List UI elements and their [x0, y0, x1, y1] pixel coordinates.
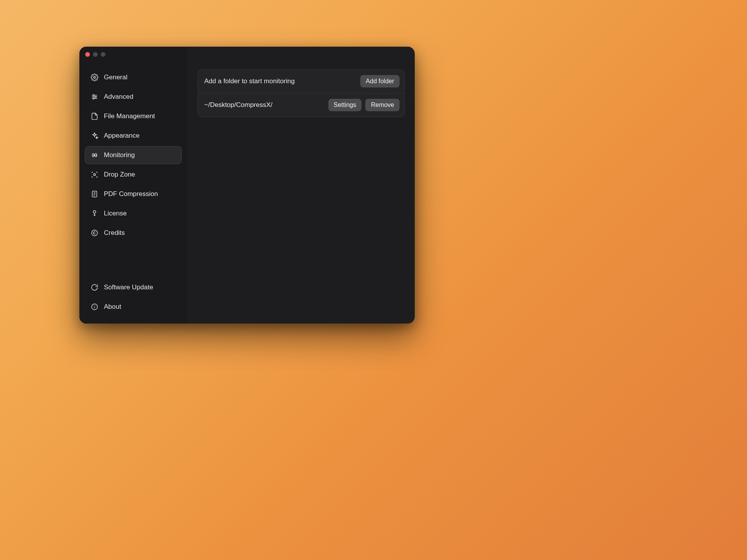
svg-point-11 [94, 174, 96, 176]
sidebar-item-label: File Management [104, 112, 155, 120]
sidebar-item-software-update[interactable]: Software Update [85, 278, 182, 296]
sparkle-icon [91, 132, 98, 140]
sidebar-item-label: Software Update [104, 284, 153, 291]
folder-remove-button[interactable]: Remove [365, 99, 400, 111]
monitoring-folder-path: ~/Desktop/CompressX/ [204, 101, 272, 109]
gear-icon [91, 74, 98, 81]
sidebar-item-label: Monitoring [104, 151, 135, 159]
copyright-icon [91, 229, 98, 237]
monitoring-prompt-row: Add a folder to start monitoring Add fol… [198, 70, 404, 93]
sidebar-item-pdf-compression[interactable]: PDF Compression [85, 185, 182, 203]
window-zoom-button[interactable] [101, 52, 105, 57]
target-icon [91, 171, 98, 178]
svg-point-5 [95, 96, 96, 97]
window-close-button[interactable] [85, 52, 90, 57]
sidebar-item-label: Credits [104, 229, 125, 237]
svg-point-17 [92, 230, 98, 236]
window-traffic-lights [85, 52, 105, 57]
svg-point-0 [94, 77, 96, 79]
sidebar: General Advanced File Management Appeara… [79, 47, 188, 324]
monitoring-prompt-label: Add a folder to start monitoring [204, 77, 295, 85]
svg-point-6 [93, 98, 94, 99]
svg-point-10 [96, 155, 97, 156]
sidebar-item-monitoring[interactable]: Monitoring [85, 146, 182, 164]
monitoring-panel: Add a folder to start monitoring Add fol… [198, 69, 405, 117]
eyes-icon [91, 151, 98, 159]
sliders-icon [91, 93, 98, 101]
file-icon [91, 112, 98, 120]
sidebar-item-label: PDF Compression [104, 190, 158, 198]
sidebar-item-advanced[interactable]: Advanced [85, 88, 182, 106]
sidebar-item-appearance[interactable]: Appearance [85, 127, 182, 145]
sidebar-item-file-management[interactable]: File Management [85, 107, 182, 125]
sidebar-item-label: About [104, 303, 121, 311]
svg-point-16 [93, 211, 96, 214]
key-icon [91, 210, 98, 217]
sidebar-item-label: Appearance [104, 132, 140, 140]
svg-point-20 [94, 305, 95, 306]
svg-point-9 [93, 155, 94, 156]
sidebar-item-label: License [104, 210, 127, 217]
main-content: Add a folder to start monitoring Add fol… [188, 47, 415, 324]
sidebar-item-label: General [104, 74, 127, 81]
pdf-icon [91, 190, 98, 198]
sidebar-item-license[interactable]: License [85, 205, 182, 222]
svg-point-4 [93, 94, 94, 96]
refresh-icon [91, 284, 98, 291]
sidebar-top-group: General Advanced File Management Appeara… [85, 68, 182, 242]
sidebar-item-label: Advanced [104, 93, 133, 101]
row-actions: Add folder [360, 75, 400, 88]
add-folder-button[interactable]: Add folder [360, 75, 400, 88]
row-actions: Settings Remove [328, 99, 400, 111]
info-icon [91, 303, 98, 311]
sidebar-item-general[interactable]: General [85, 68, 182, 86]
monitoring-folder-row: ~/Desktop/CompressX/ Settings Remove [198, 93, 404, 117]
sidebar-item-about[interactable]: About [85, 298, 182, 316]
sidebar-item-label: Drop Zone [104, 171, 135, 178]
sidebar-item-drop-zone[interactable]: Drop Zone [85, 166, 182, 184]
preferences-window: General Advanced File Management Appeara… [79, 47, 415, 324]
folder-settings-button[interactable]: Settings [328, 99, 362, 111]
sidebar-item-credits[interactable]: Credits [85, 224, 182, 242]
sidebar-bottom-group: Software Update About [85, 263, 182, 316]
window-minimize-button[interactable] [93, 52, 98, 57]
